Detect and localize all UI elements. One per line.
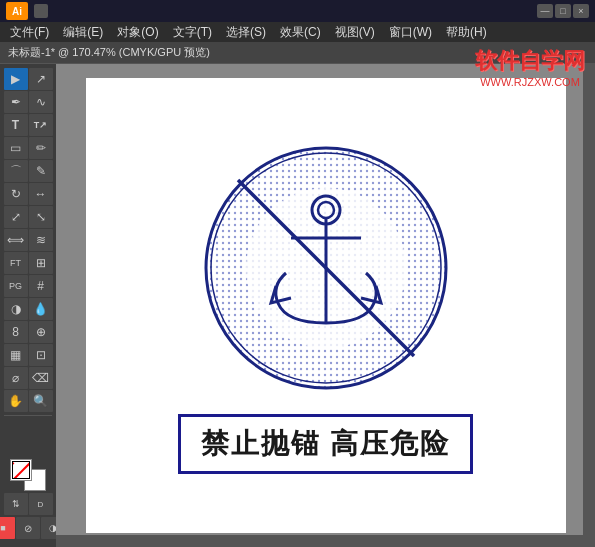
menu-bar: 文件(F) 编辑(E) 对象(O) 文字(T) 选择(S) 效果(C) 视图(V… xyxy=(0,22,595,42)
tool-row-1: ▶ ↗ xyxy=(4,68,53,90)
rotate-tool[interactable]: ↻ xyxy=(4,183,28,205)
curvature-tool[interactable]: ∿ xyxy=(29,91,53,113)
zoom-tool[interactable]: 🔍 xyxy=(29,390,53,412)
free-transform-tool[interactable]: FT xyxy=(4,252,28,274)
direct-select-tool[interactable]: ↗ xyxy=(29,68,53,90)
menu-file[interactable]: 文件(F) xyxy=(4,23,55,42)
gradient-button[interactable]: ◑ xyxy=(41,517,56,539)
touch-type-tool[interactable]: T↗ xyxy=(29,114,53,136)
menu-view[interactable]: 视图(V) xyxy=(329,23,381,42)
warp-tool[interactable]: ≋ xyxy=(29,229,53,251)
tool-row-13: ▦ ⊡ xyxy=(4,344,53,366)
sign-text: 禁止抛锚 高压危险 xyxy=(201,425,451,463)
pen-tool[interactable]: ✒ xyxy=(4,91,28,113)
menu-type[interactable]: 文字(T) xyxy=(167,23,218,42)
ellipse-tool[interactable]: ✏ xyxy=(29,137,53,159)
gradient-tool[interactable]: ◑ xyxy=(4,298,28,320)
document-tab-label: 未标题-1* @ 170.47% (CMYK/GPU 预览) xyxy=(8,45,210,60)
eyedropper-tool[interactable]: 💧 xyxy=(29,298,53,320)
no-anchor-svg xyxy=(196,138,456,398)
type-tool[interactable]: T xyxy=(4,114,28,136)
tool-row-3: T T↗ xyxy=(4,114,53,136)
watermark: 软件自学网 WWW.RJZXW.COM xyxy=(475,46,585,88)
pencil-tool[interactable]: ✎ xyxy=(29,160,53,182)
toolbar-separator xyxy=(4,415,52,416)
svg-line-0 xyxy=(13,462,30,479)
menu-edit[interactable]: 编辑(E) xyxy=(57,23,109,42)
watermark-title: 软件自学网 xyxy=(475,46,585,76)
shape-builder-tool[interactable]: ⊞ xyxy=(29,252,53,274)
menu-object[interactable]: 对象(O) xyxy=(111,23,164,42)
tool-row-4: ▭ ✏ xyxy=(4,137,53,159)
tools-panel: ▶ ↗ ✒ ∿ T T↗ ▭ ✏ ⌒ ✎ ↻ ↔ ⤢ ⤡ ⟺ ≋ xyxy=(0,64,56,547)
minimize-button[interactable]: — xyxy=(537,4,553,18)
canvas: 禁止抛锚 高压危险 xyxy=(86,78,566,533)
paintbrush-tool[interactable]: ⌒ xyxy=(4,160,28,182)
no-color-button[interactable]: ⊘ xyxy=(16,517,40,539)
maximize-button[interactable]: □ xyxy=(555,4,571,18)
tool-row-6: ↻ ↔ xyxy=(4,183,53,205)
horizontal-scrollbar[interactable] xyxy=(56,535,595,547)
menu-help[interactable]: 帮助(H) xyxy=(440,23,493,42)
watermark-url: WWW.RJZXW.COM xyxy=(475,76,585,88)
tool-row-5: ⌒ ✎ xyxy=(4,160,53,182)
tool-row-2: ✒ ∿ xyxy=(4,91,53,113)
mesh-tool[interactable]: # xyxy=(29,275,53,297)
artwork: 禁止抛锚 高压危险 xyxy=(178,138,474,474)
artboard-tool[interactable]: ⊡ xyxy=(29,344,53,366)
app-logo: Ai xyxy=(6,2,28,20)
graph-tool[interactable]: ▦ xyxy=(4,344,28,366)
width-tool[interactable]: ⟺ xyxy=(4,229,28,251)
select-tool[interactable]: ▶ xyxy=(4,68,28,90)
color-button[interactable]: ■ xyxy=(0,517,15,539)
reflect-tool[interactable]: ↔ xyxy=(29,183,53,205)
rect-tool[interactable]: ▭ xyxy=(4,137,28,159)
perspective-grid-tool[interactable]: PG xyxy=(4,275,28,297)
swap-colors-button[interactable]: ⇅ xyxy=(4,493,28,515)
menu-select[interactable]: 选择(S) xyxy=(220,23,272,42)
symbol-spray-tool[interactable]: ⊕ xyxy=(29,321,53,343)
hand-tool[interactable]: ✋ xyxy=(4,390,28,412)
tool-row-14: ⌀ ⌫ xyxy=(4,367,53,389)
main-layout: ▶ ↗ ✒ ∿ T T↗ ▭ ✏ ⌒ ✎ ↻ ↔ ⤢ ⤡ ⟺ ≋ xyxy=(0,64,595,547)
canvas-area: 禁止抛锚 高压危险 xyxy=(56,64,595,547)
stroke-indicator xyxy=(12,461,30,479)
tool-row-8: ⟺ ≋ xyxy=(4,229,53,251)
menu-window[interactable]: 窗口(W) xyxy=(383,23,438,42)
tool-row-15: ✋ 🔍 xyxy=(4,390,53,412)
title-icon xyxy=(34,4,48,18)
no-anchor-sign xyxy=(196,138,456,398)
eraser-tool[interactable]: ⌫ xyxy=(29,367,53,389)
tool-row-12: 8 ⊕ xyxy=(4,321,53,343)
foreground-color-swatch[interactable] xyxy=(10,459,32,481)
vertical-scrollbar[interactable] xyxy=(583,64,595,535)
color-section: ⇅ D ■ ⊘ ◑ xyxy=(0,459,56,543)
window-controls: — □ × xyxy=(537,4,589,18)
scale-tool[interactable]: ⤢ xyxy=(4,206,28,228)
close-button[interactable]: × xyxy=(573,4,589,18)
shear-tool[interactable]: ⤡ xyxy=(29,206,53,228)
color-swatches xyxy=(10,459,46,491)
title-bar: Ai — □ × xyxy=(0,0,595,22)
tool-row-9: FT ⊞ xyxy=(4,252,53,274)
color-mode-row: ⇅ D xyxy=(4,493,53,515)
blend-tool[interactable]: 8 xyxy=(4,321,28,343)
tool-row-7: ⤢ ⤡ xyxy=(4,206,53,228)
menu-effect[interactable]: 效果(C) xyxy=(274,23,327,42)
color-type-row: ■ ⊘ ◑ xyxy=(0,517,56,539)
warning-sign: 禁止抛锚 高压危险 xyxy=(178,414,474,474)
default-colors-button[interactable]: D xyxy=(29,493,53,515)
slice-tool[interactable]: ⌀ xyxy=(4,367,28,389)
tool-row-11: ◑ 💧 xyxy=(4,298,53,320)
tool-row-10: PG # xyxy=(4,275,53,297)
